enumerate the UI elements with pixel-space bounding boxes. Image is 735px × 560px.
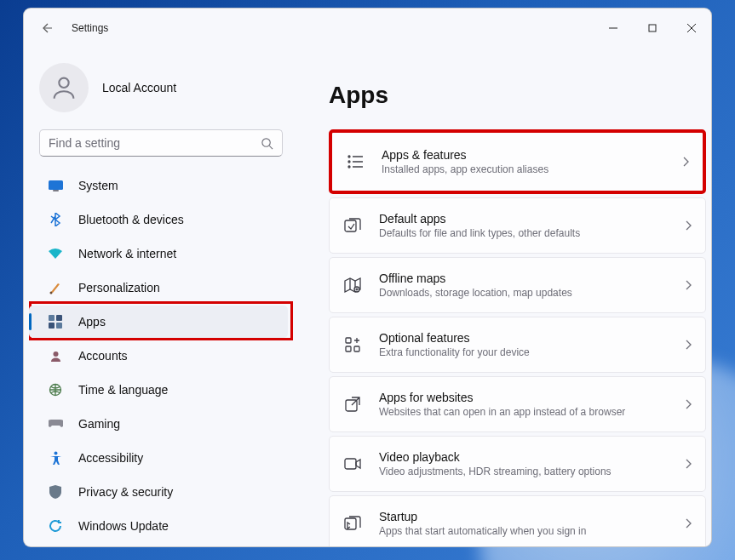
- grid-plus-icon: [343, 335, 362, 354]
- sidebar-item-gaming[interactable]: Gaming: [29, 408, 288, 440]
- back-icon[interactable]: [39, 21, 53, 35]
- chevron-right-icon: [685, 459, 692, 469]
- list-icon: [346, 152, 365, 171]
- svg-point-19: [348, 161, 350, 163]
- card-title: Startup: [379, 510, 586, 523]
- update-icon: [48, 518, 63, 534]
- svg-rect-10: [49, 315, 55, 321]
- sidebar-item-label: Time & language: [78, 383, 168, 397]
- sidebar-item-system[interactable]: System: [29, 169, 288, 202]
- card-apps-features[interactable]: Apps & features Installed apps, app exec…: [329, 129, 706, 194]
- svg-rect-25: [346, 338, 351, 343]
- avatar: [39, 63, 89, 112]
- card-subtitle: Video adjustments, HDR streaming, batter…: [379, 466, 612, 477]
- video-icon: [343, 454, 362, 473]
- chevron-right-icon: [685, 518, 692, 529]
- sidebar-item-label: Accessibility: [78, 451, 143, 465]
- window-controls: [594, 15, 711, 41]
- svg-point-21: [348, 166, 350, 168]
- svg-point-14: [53, 351, 58, 357]
- card-title: Video playback: [379, 450, 612, 464]
- svg-line-6: [269, 146, 273, 149]
- sidebar-item-network[interactable]: Network & internet: [29, 237, 288, 270]
- search-input-field[interactable]: [49, 136, 261, 150]
- sidebar-item-label: Network & internet: [78, 247, 176, 260]
- card-apps-for-websites[interactable]: Apps for websites Websites that can open…: [329, 376, 706, 432]
- close-button[interactable]: [672, 15, 711, 41]
- card-title: Offline maps: [379, 271, 572, 285]
- user-account-row[interactable]: Local Account: [24, 63, 293, 112]
- settings-cards: Apps & features Installed apps, app exec…: [329, 129, 706, 546]
- svg-rect-7: [49, 180, 63, 190]
- svg-point-5: [262, 138, 270, 146]
- gamepad-icon: [48, 416, 63, 431]
- sidebar-item-label: Windows Update: [78, 519, 169, 533]
- minimize-button[interactable]: [594, 15, 633, 41]
- wifi-icon: [48, 246, 63, 261]
- user-name: Local Account: [102, 81, 176, 94]
- sidebar-item-privacy[interactable]: Privacy & security: [29, 476, 288, 508]
- page-title: Apps: [329, 82, 706, 109]
- sidebar-item-time-language[interactable]: Time & language: [29, 374, 288, 406]
- titlebar: Settings: [24, 9, 711, 48]
- accessibility-icon: [48, 450, 63, 466]
- sidebar-item-label: Personalization: [78, 281, 160, 294]
- card-title: Apps & features: [382, 148, 548, 162]
- sidebar-item-label: Apps: [78, 315, 106, 329]
- sidebar-item-accounts[interactable]: Accounts: [29, 340, 288, 372]
- card-startup[interactable]: Startup Apps that start automatically wh…: [329, 495, 706, 546]
- card-subtitle: Extra functionality for your device: [379, 346, 530, 358]
- display-icon: [48, 178, 63, 193]
- sidebar-item-personalization[interactable]: Personalization: [29, 271, 288, 304]
- settings-window: Settings Local Account: [23, 8, 712, 547]
- shield-icon: [48, 484, 63, 500]
- bluetooth-icon: [48, 212, 63, 227]
- search-input[interactable]: [39, 129, 283, 157]
- svg-rect-13: [56, 323, 62, 329]
- default-apps-icon: [343, 216, 362, 235]
- svg-rect-30: [345, 518, 356, 529]
- svg-point-16: [54, 452, 57, 455]
- sidebar-nav: System Bluetooth & devices Network & int…: [24, 169, 293, 543]
- svg-rect-12: [49, 323, 55, 329]
- svg-rect-27: [354, 346, 359, 351]
- svg-rect-26: [346, 346, 351, 351]
- map-icon: [343, 276, 362, 294]
- svg-point-4: [59, 78, 68, 88]
- card-offline-maps[interactable]: Offline maps Downloads, storage location…: [329, 257, 706, 313]
- card-subtitle: Apps that start automatically when you s…: [379, 525, 586, 537]
- svg-rect-1: [649, 25, 656, 31]
- svg-rect-8: [53, 190, 59, 191]
- sidebar-item-bluetooth[interactable]: Bluetooth & devices: [29, 203, 288, 236]
- sidebar-item-apps[interactable]: Apps: [29, 306, 288, 338]
- card-subtitle: Installed apps, app execution aliases: [382, 163, 548, 175]
- sidebar-item-windows-update[interactable]: Windows Update: [29, 510, 288, 542]
- sidebar: Local Account System: [24, 48, 293, 546]
- chevron-right-icon: [685, 220, 692, 231]
- card-video-playback[interactable]: Video playback Video adjustments, HDR st…: [329, 436, 706, 492]
- svg-rect-23: [345, 220, 356, 231]
- card-title: Default apps: [379, 212, 580, 226]
- card-subtitle: Downloads, storage location, map updates: [379, 287, 572, 299]
- brush-icon: [48, 280, 63, 295]
- sidebar-item-label: Gaming: [78, 417, 120, 431]
- main-content: Apps Apps & features Installed apps, app…: [293, 48, 711, 546]
- svg-rect-29: [345, 459, 356, 469]
- card-default-apps[interactable]: Default apps Defaults for file and link …: [329, 197, 706, 254]
- sidebar-item-accessibility[interactable]: Accessibility: [29, 442, 288, 474]
- chevron-right-icon: [682, 157, 689, 167]
- startup-icon: [343, 514, 362, 533]
- card-subtitle: Defaults for file and link types, other …: [379, 227, 580, 239]
- svg-point-9: [50, 292, 53, 294]
- svg-point-17: [348, 156, 350, 157]
- card-optional-features[interactable]: Optional features Extra functionality fo…: [329, 317, 706, 373]
- apps-icon: [48, 314, 63, 329]
- maximize-button[interactable]: [633, 15, 672, 41]
- sidebar-item-label: Bluetooth & devices: [78, 213, 184, 226]
- open-external-icon: [343, 395, 362, 414]
- sidebar-item-label: Accounts: [78, 349, 128, 363]
- person-icon: [48, 348, 63, 363]
- chevron-right-icon: [685, 399, 692, 409]
- clock-globe-icon: [48, 382, 63, 397]
- svg-rect-11: [56, 315, 62, 321]
